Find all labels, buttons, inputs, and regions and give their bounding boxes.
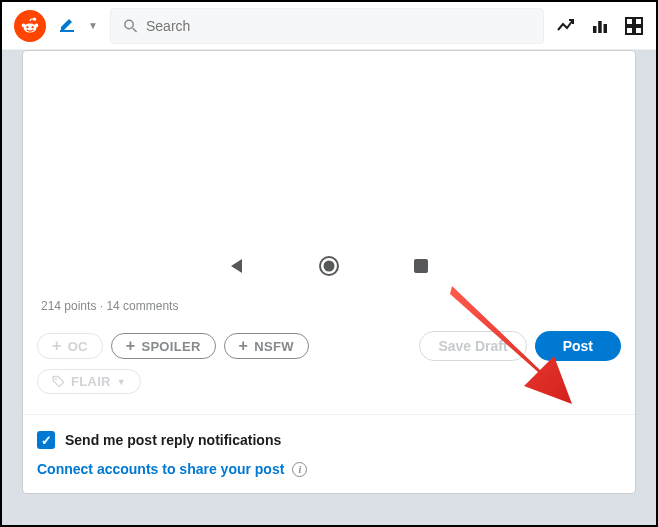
page-body: 214 points · 14 comments + OC + SPOILER … — [2, 50, 656, 525]
svg-point-5 — [31, 26, 33, 28]
svg-rect-18 — [414, 259, 428, 273]
tag-label: NSFW — [254, 339, 293, 354]
header-icons — [556, 16, 644, 36]
media-controls — [35, 255, 623, 277]
svg-rect-6 — [60, 30, 74, 32]
tag-label: SPOILER — [141, 339, 200, 354]
nsfw-tag[interactable]: + NSFW — [224, 333, 309, 359]
media-preview — [35, 51, 623, 293]
trending-icon[interactable] — [556, 16, 576, 36]
play-reverse-icon[interactable] — [226, 255, 248, 277]
oc-tag[interactable]: + OC — [37, 333, 103, 359]
connect-row: Connect accounts to share your post i — [23, 455, 635, 493]
save-draft-button[interactable]: Save Draft — [419, 331, 526, 361]
flair-row: FLAIR ▼ — [23, 369, 635, 408]
svg-rect-13 — [635, 18, 642, 25]
create-post-icon[interactable] — [58, 13, 78, 38]
svg-rect-12 — [626, 18, 633, 25]
reddit-logo[interactable] — [14, 10, 46, 42]
plus-icon: + — [52, 338, 62, 354]
svg-rect-15 — [635, 27, 642, 34]
search-icon — [123, 18, 138, 34]
record-icon[interactable] — [318, 255, 340, 277]
svg-point-19 — [55, 378, 57, 380]
post-meta: 214 points · 14 comments — [23, 293, 635, 323]
reddit-alien-icon — [20, 16, 40, 36]
plus-icon: + — [239, 338, 249, 354]
chevron-down-icon[interactable]: ▼ — [88, 20, 98, 31]
chevron-down-icon: ▼ — [117, 377, 126, 387]
svg-rect-11 — [604, 24, 608, 33]
tag-row: + OC + SPOILER + NSFW Save Draft Post — [23, 323, 635, 369]
svg-rect-10 — [598, 21, 602, 33]
post-editor-card: 214 points · 14 comments + OC + SPOILER … — [22, 50, 636, 494]
plus-icon: + — [126, 338, 136, 354]
stop-icon[interactable] — [410, 255, 432, 277]
tag-label: OC — [68, 339, 88, 354]
tag-label: FLAIR — [71, 374, 111, 389]
stats-icon[interactable] — [590, 16, 610, 36]
svg-point-0 — [33, 17, 36, 20]
info-icon[interactable]: i — [292, 462, 307, 477]
notify-checkbox[interactable]: ✓ — [37, 431, 55, 449]
notify-label: Send me post reply notifications — [65, 432, 281, 448]
tag-icon — [52, 375, 65, 388]
spoiler-tag[interactable]: + SPOILER — [111, 333, 216, 359]
svg-point-3 — [35, 23, 39, 27]
svg-point-4 — [26, 26, 28, 28]
search-input[interactable] — [146, 18, 531, 34]
svg-line-8 — [133, 28, 137, 32]
notify-row: ✓ Send me post reply notifications — [23, 415, 635, 455]
connect-accounts-link[interactable]: Connect accounts to share your post — [37, 461, 284, 477]
post-button[interactable]: Post — [535, 331, 621, 361]
flair-tag[interactable]: FLAIR ▼ — [37, 369, 141, 394]
svg-point-2 — [22, 23, 26, 27]
app-header: ▼ — [2, 2, 656, 50]
svg-point-17 — [324, 261, 335, 272]
svg-point-7 — [125, 20, 133, 28]
search-box[interactable] — [110, 8, 544, 44]
grid-icon[interactable] — [624, 16, 644, 36]
svg-rect-14 — [626, 27, 633, 34]
svg-rect-9 — [593, 26, 597, 33]
